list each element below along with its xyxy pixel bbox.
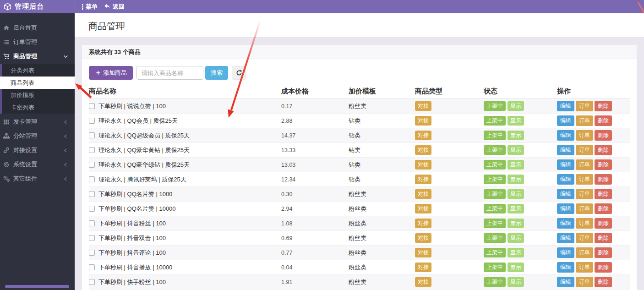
order-button[interactable]: 订单 (576, 247, 593, 258)
edit-button[interactable]: 编辑 (557, 218, 574, 229)
sidebar-item-后台首页[interactable]: 后台首页 (0, 21, 75, 35)
sidebar-item-商品管理[interactable]: 商品管理 (0, 49, 75, 63)
delete-button[interactable]: 删除 (595, 159, 612, 170)
search-input[interactable] (136, 66, 203, 80)
delete-button[interactable]: 删除 (595, 145, 612, 155)
edit-button[interactable]: 编辑 (557, 159, 574, 170)
type-badge: 对接 (415, 145, 431, 155)
row-checkbox[interactable] (89, 250, 95, 256)
order-button[interactable]: 订单 (576, 174, 593, 185)
edit-button[interactable]: 编辑 (557, 115, 574, 126)
edit-button[interactable]: 编辑 (557, 145, 574, 155)
row-checkbox[interactable] (89, 220, 95, 226)
order-button[interactable]: 订单 (576, 115, 593, 126)
row-checkbox[interactable] (89, 191, 95, 197)
delete-button[interactable]: 删除 (595, 203, 612, 214)
product-name: 理论永久 | QQ豪华绿钻 | 质保25天 (98, 161, 190, 169)
row-checkbox[interactable] (89, 176, 95, 182)
sidebar-item-订单管理[interactable]: 订单管理 (0, 35, 75, 49)
row-checkbox[interactable] (89, 118, 95, 124)
product-price: 1.08 (281, 220, 349, 227)
order-button[interactable]: 订单 (576, 101, 593, 111)
edit-button[interactable]: 编辑 (557, 277, 574, 287)
sidebar-subitem-分类列表[interactable]: 分类列表 (2, 64, 75, 77)
product-price: 14.37 (281, 132, 349, 139)
sidebar-item-对接设置[interactable]: 对接设置 (0, 143, 75, 157)
add-product-button[interactable]: ＋添加商品 (89, 66, 133, 80)
product-name: 理论永久 | 腾讯好莱坞 | 质保25天 (98, 175, 186, 184)
order-button[interactable]: 订单 (576, 189, 593, 199)
delete-button[interactable]: 删除 (595, 233, 612, 243)
delete-button[interactable]: 删除 (595, 277, 612, 287)
edit-button[interactable]: 编辑 (557, 174, 574, 185)
row-checkbox[interactable] (89, 132, 95, 138)
sidebar-item-其它组件[interactable]: 其它组件 (0, 172, 75, 186)
product-name: 下单秒刷 | 快手粉丝 | 100 (98, 278, 166, 286)
status-badge-on-sale: 上架中 (484, 175, 506, 184)
app-logo[interactable]: 管理后台 (0, 2, 75, 11)
delete-button[interactable]: 删除 (595, 247, 612, 258)
delete-button[interactable]: 删除 (595, 218, 612, 229)
order-button[interactable]: 订单 (576, 159, 593, 170)
edit-button[interactable]: 编辑 (557, 203, 574, 214)
product-price: 0.17 (281, 103, 349, 109)
sidebar-item-系统设置[interactable]: 系统设置 (0, 158, 75, 171)
product-price: 12.34 (281, 176, 349, 183)
row-checkbox[interactable] (89, 206, 95, 212)
delete-button[interactable]: 删除 (595, 189, 612, 199)
menu-toggle-button[interactable]: 菜单 (82, 3, 98, 11)
order-button[interactable]: 订单 (576, 130, 593, 141)
table-body: 下单秒刷 | 说说点赞 | 1000.17粉丝类对接上架中显示编辑订单删除理论永… (89, 99, 630, 290)
row-checkbox[interactable] (89, 264, 95, 270)
status-badge-on-sale: 上架中 (484, 116, 506, 126)
sidebar-subitem-加价模板[interactable]: 加价模板 (2, 89, 75, 101)
row-checkbox[interactable] (89, 147, 95, 153)
delete-button[interactable]: 删除 (595, 115, 612, 126)
order-button[interactable]: 订单 (576, 218, 593, 229)
order-button[interactable]: 订单 (576, 233, 593, 243)
sidebar-subitem-商品列表[interactable]: 商品列表 (0, 77, 75, 89)
product-name: 下单秒刷 | QQ名片赞 | 10000 (98, 205, 176, 213)
row-checkbox[interactable] (89, 279, 95, 285)
gears-icon (3, 175, 10, 182)
sidebar-item-发卡管理[interactable]: 发卡管理 (0, 115, 75, 129)
product-price: 0.04 (281, 264, 349, 271)
search-button[interactable]: 搜索 (205, 66, 228, 80)
row-checkbox[interactable] (89, 103, 95, 109)
edit-button[interactable]: 编辑 (557, 101, 574, 111)
status-badge-on-sale: 上架中 (484, 277, 506, 287)
product-name: 理论永久 | QQ会员 | 质保25天 (98, 117, 178, 125)
status-badge-on-sale: 上架中 (484, 145, 506, 155)
delete-button[interactable]: 删除 (595, 174, 612, 185)
status-badge-on-sale: 上架中 (484, 131, 506, 140)
product-name: 下单秒刷 | 抖音双击 | 100 (98, 234, 166, 242)
delete-button[interactable]: 删除 (595, 101, 612, 111)
row-checkbox[interactable] (89, 235, 95, 241)
sidebar-item-label: 系统设置 (13, 160, 37, 169)
delete-button[interactable]: 删除 (595, 262, 612, 273)
sidebar-subitem-卡密列表[interactable]: 卡密列表 (2, 101, 75, 114)
sidebar-item-分站管理[interactable]: 分站管理 (0, 129, 75, 143)
type-badge: 对接 (415, 204, 431, 213)
order-button[interactable]: 订单 (576, 277, 593, 287)
order-button[interactable]: 订单 (576, 203, 593, 214)
table-row: 下单秒刷 | 抖音评论 | 1000.77粉丝类对接上架中显示编辑订单删除 (89, 246, 630, 260)
grid-icon (3, 119, 10, 125)
type-badge: 对接 (415, 175, 431, 184)
link-icon (3, 147, 10, 153)
edit-button[interactable]: 编辑 (557, 233, 574, 243)
edit-button[interactable]: 编辑 (557, 247, 574, 258)
type-badge: 对接 (415, 160, 431, 170)
status-badge-on-sale: 上架中 (484, 263, 506, 272)
delete-button[interactable]: 删除 (595, 130, 612, 141)
order-button[interactable]: 订单 (576, 262, 593, 273)
order-button[interactable]: 订单 (576, 145, 593, 155)
sidebar-scrollbar[interactable] (5, 285, 69, 288)
edit-button[interactable]: 编辑 (557, 189, 574, 199)
back-button[interactable]: 返回 (104, 3, 125, 11)
table-row: 理论永久 | QQ豪华绿钻 | 质保25天13.03钻类对接上架中显示编辑订单删… (89, 158, 630, 172)
row-checkbox[interactable] (89, 162, 95, 168)
refresh-button[interactable] (232, 66, 246, 80)
edit-button[interactable]: 编辑 (557, 262, 574, 273)
edit-button[interactable]: 编辑 (557, 130, 574, 141)
